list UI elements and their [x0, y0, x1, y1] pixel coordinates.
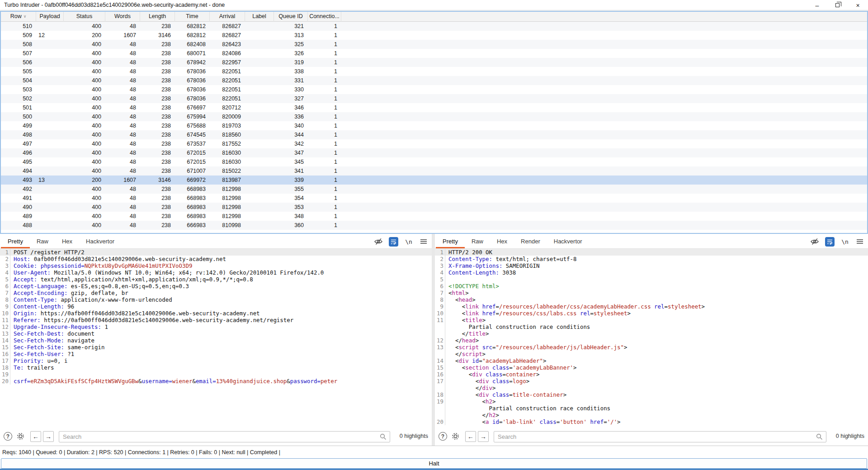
column-header-arrival[interactable]: Arrival [210, 12, 245, 22]
code-text: Content-Type: text/html; charset=utf-8 [445, 256, 576, 262]
tab-hex[interactable]: Hex [55, 234, 79, 248]
table-row[interactable]: 492400482386689838129983551 [1, 185, 867, 194]
editor-menu-icon[interactable] [855, 237, 864, 246]
help-icon[interactable]: ? [4, 432, 12, 441]
word-wrap-icon[interactable] [825, 237, 835, 247]
table-row[interactable]: 491400482386689838129983541 [1, 194, 867, 203]
nonprinting-chars-icon[interactable]: \n [404, 237, 413, 246]
table-row[interactable]: 503400482386780368220513301 [1, 85, 867, 94]
line-number: 19 [0, 371, 10, 378]
hide-syntax-icon[interactable] [374, 237, 383, 246]
code-line: 13 <script src="/resources/labheader/js/… [435, 344, 868, 351]
line-number: 14 [435, 357, 445, 364]
cell: 238 [140, 166, 175, 176]
cell: 400 [64, 112, 105, 121]
code-line: 17 <div class=logo> [435, 378, 868, 385]
table-row[interactable]: 508400482386824088264233251 [1, 40, 867, 49]
code-text: <html> [445, 290, 469, 296]
column-header-connectio-[interactable]: Connectio... [308, 12, 341, 22]
cell [36, 121, 64, 130]
table-row[interactable]: 505400482386780368220513381 [1, 67, 867, 76]
tab-hex[interactable]: Hex [490, 234, 514, 248]
request-editor[interactable]: 1POST /register HTTP/22Host: 0afb00ff046… [0, 249, 432, 427]
cell: 505 [1, 67, 36, 76]
restore-button[interactable] [827, 0, 848, 10]
search-next-button[interactable]: → [478, 431, 489, 442]
cell: 336 [274, 112, 308, 121]
line-number: 6 [0, 283, 10, 290]
tab-raw[interactable]: Raw [465, 234, 490, 248]
table-row[interactable]: 499400482386756888197033401 [1, 121, 867, 130]
search-prev-button[interactable]: ← [30, 431, 41, 442]
tab-pretty[interactable]: Pretty [436, 234, 465, 248]
search-input[interactable] [59, 431, 390, 442]
table-row[interactable]: 501400482386766978207123461 [1, 103, 867, 112]
table-row[interactable]: 510400482386828128268273211 [1, 22, 867, 31]
tab-hackvertor[interactable]: Hackvertor [79, 234, 121, 248]
cell [245, 148, 274, 157]
code-line: 7<html> [435, 290, 868, 296]
table-row[interactable]: 497400482386735378175523421 [1, 139, 867, 148]
code-line: 8Content-Type: application/x-www-form-ur… [0, 296, 432, 303]
table-row[interactable]: 488400482386669838109983601 [1, 221, 867, 230]
word-wrap-icon[interactable] [389, 237, 398, 247]
code-line: 15Sec-Fetch-Site: same-origin [0, 344, 432, 351]
table-row[interactable]: 49313200160731466699728139873391 [1, 176, 867, 185]
table-row[interactable]: 498400482386745458185603441 [1, 130, 867, 139]
help-icon[interactable]: ? [439, 432, 447, 441]
code-text: </script> [445, 351, 486, 357]
tab-render[interactable]: Render [514, 234, 547, 248]
cell: 48 [105, 194, 140, 203]
code-text: <title> [445, 317, 486, 323]
table-row[interactable]: 50912200160731466828128268273131 [1, 31, 867, 40]
table-row[interactable]: 489400482386689838129983481 [1, 212, 867, 221]
line-number: 9 [435, 303, 445, 310]
tab-pretty[interactable]: Pretty [1, 234, 30, 248]
table-row[interactable]: 504400482386780368220513311 [1, 76, 867, 85]
minimize-button[interactable]: – [807, 0, 827, 10]
cell [245, 130, 274, 139]
column-header-queue-id[interactable]: Queue ID [274, 12, 308, 22]
search-next-button[interactable]: → [43, 431, 54, 442]
settings-gear-icon[interactable] [16, 432, 25, 443]
cell: 400 [64, 76, 105, 85]
table-row[interactable]: 490400482386689838129983531 [1, 203, 867, 212]
column-header-row[interactable]: Row∨ [1, 12, 36, 22]
hide-syntax-icon[interactable] [810, 237, 819, 246]
cell: 1 [308, 85, 341, 94]
tab-raw[interactable]: Raw [30, 234, 55, 248]
cell: 341 [274, 166, 308, 176]
editor-menu-icon[interactable] [419, 237, 428, 246]
search-input[interactable] [494, 431, 826, 442]
panel-divider[interactable] [432, 234, 435, 446]
table-row[interactable]: 502400482386780368220513271 [1, 94, 867, 103]
table-row[interactable]: 506400482386789428229573191 [1, 58, 867, 67]
search-prev-button[interactable]: ← [465, 431, 476, 442]
column-header-payload[interactable]: Payload [36, 12, 64, 22]
cell: 668983 [175, 203, 210, 212]
table-row[interactable]: 495400482386720158160303451 [1, 157, 867, 166]
column-header-label[interactable]: Label [245, 12, 274, 22]
column-header-words[interactable]: Words [105, 12, 140, 22]
response-editor[interactable]: 1HTTP/2 200 OK2Content-Type: text/html; … [435, 249, 868, 427]
cell [36, 40, 64, 49]
table-row[interactable]: 500400482386759948200093361 [1, 112, 867, 121]
cell: 400 [64, 121, 105, 130]
column-header-time[interactable]: Time [175, 12, 210, 22]
cell: 48 [105, 130, 140, 139]
column-header-status[interactable]: Status [64, 12, 105, 22]
restore-icon [835, 3, 840, 7]
nonprinting-chars-icon[interactable]: \n [840, 237, 849, 246]
cell: 1 [308, 67, 341, 76]
table-row[interactable]: 496400482386720158160303471 [1, 148, 867, 157]
table-row[interactable]: 494400482386710078150223411 [1, 166, 867, 176]
close-button[interactable]: × [848, 0, 868, 10]
settings-gear-icon[interactable] [451, 432, 460, 443]
column-header-length[interactable]: Length [140, 12, 175, 22]
tab-hackvertor[interactable]: Hackvertor [547, 234, 589, 248]
code-line: 11 <title> [435, 317, 868, 323]
halt-button[interactable]: Halt [1, 458, 867, 469]
cell: 1 [308, 112, 341, 121]
table-row[interactable]: 507400482386800718240863261 [1, 49, 867, 58]
cell: 326 [274, 49, 308, 58]
